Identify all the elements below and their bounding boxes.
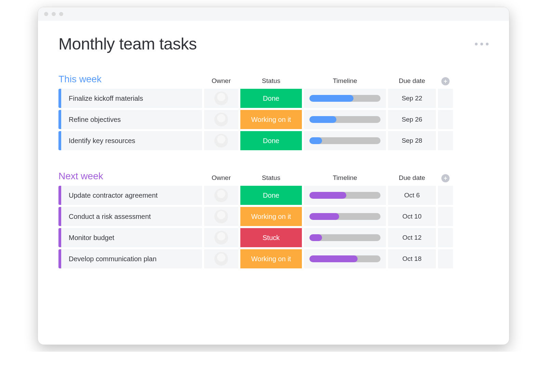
due-date-cell[interactable]: Sep 22	[388, 89, 436, 108]
column-header-status[interactable]: Status	[240, 77, 302, 86]
timeline-cell[interactable]	[304, 131, 386, 150]
status-cell[interactable]: Stuck	[240, 228, 302, 247]
table-row[interactable]: Update contractor agreementDoneOct 6	[58, 186, 489, 205]
status-cell[interactable]: Done	[240, 89, 302, 108]
column-header-timeline[interactable]: Timeline	[304, 77, 386, 86]
status-label: Done	[263, 95, 279, 102]
owner-cell[interactable]	[204, 228, 238, 247]
person-icon	[217, 253, 225, 262]
timeline-bar-fill	[309, 95, 353, 102]
table-row[interactable]: Conduct a risk assessmentWorking on itOc…	[58, 207, 489, 226]
due-date-cell[interactable]: Oct 6	[388, 186, 436, 205]
owner-cell[interactable]	[204, 207, 238, 226]
group-header-row: Next weekOwnerStatusTimelineDue date+	[58, 171, 489, 183]
timeline-cell[interactable]	[304, 89, 386, 108]
timeline-cell[interactable]	[304, 207, 386, 226]
table-row[interactable]: Finalize kickoff materialsDoneSep 22	[58, 89, 489, 108]
status-cell[interactable]: Done	[240, 186, 302, 205]
due-date-cell[interactable]: Sep 26	[388, 110, 436, 129]
task-name-cell[interactable]: Develop communication plan	[58, 249, 202, 268]
app-window: Monthly team tasks This weekOwnerStatusT…	[38, 7, 509, 345]
timeline-cell[interactable]	[304, 186, 386, 205]
due-date: Sep 28	[402, 137, 422, 144]
owner-cell[interactable]	[204, 131, 238, 150]
extra-cell[interactable]	[438, 249, 453, 268]
task-name: Finalize kickoff materials	[69, 95, 143, 102]
group-title[interactable]: Next week	[58, 171, 202, 183]
table-row[interactable]: Develop communication planWorking on itO…	[58, 249, 489, 268]
task-name-cell[interactable]: Finalize kickoff materials	[58, 89, 202, 108]
column-header-owner[interactable]: Owner	[204, 77, 238, 86]
extra-cell[interactable]	[438, 228, 453, 247]
more-icon	[475, 43, 478, 45]
task-name-cell[interactable]: Refine objectives	[58, 110, 202, 129]
status-cell[interactable]: Working on it	[240, 207, 302, 226]
extra-cell[interactable]	[438, 131, 453, 150]
due-date: Oct 10	[402, 213, 422, 220]
table-row[interactable]: Identify key resourcesDoneSep 28	[58, 131, 489, 150]
person-icon	[217, 232, 225, 240]
table-row[interactable]: Monitor budgetStuckOct 12	[58, 228, 489, 247]
more-icon	[480, 43, 483, 45]
column-header-due[interactable]: Due date	[388, 174, 436, 183]
owner-cell[interactable]	[204, 249, 238, 268]
owner-cell[interactable]	[204, 89, 238, 108]
due-date-cell[interactable]: Oct 10	[388, 207, 436, 226]
window-control-dot[interactable]	[44, 12, 48, 16]
extra-cell[interactable]	[438, 89, 453, 108]
avatar	[214, 92, 228, 105]
column-header-status[interactable]: Status	[240, 174, 302, 183]
owner-cell[interactable]	[204, 110, 238, 129]
due-date: Oct 12	[402, 234, 422, 241]
timeline-bar	[309, 95, 381, 102]
extra-cell[interactable]	[438, 186, 453, 205]
due-date: Oct 6	[404, 192, 419, 199]
task-name-cell[interactable]: Monitor budget	[58, 228, 202, 247]
window-control-dot[interactable]	[52, 12, 56, 16]
status-label: Stuck	[263, 234, 280, 242]
person-icon	[217, 211, 225, 219]
timeline-cell[interactable]	[304, 110, 386, 129]
timeline-cell[interactable]	[304, 249, 386, 268]
add-column-button[interactable]: +	[441, 174, 450, 182]
plus-icon: +	[444, 175, 448, 181]
timeline-bar	[309, 192, 381, 199]
extra-cell[interactable]	[438, 110, 453, 129]
avatar	[214, 231, 228, 244]
timeline-bar-fill	[309, 116, 336, 123]
task-name-cell[interactable]: Conduct a risk assessment	[58, 207, 202, 226]
table-row[interactable]: Refine objectivesWorking on itSep 26	[58, 110, 489, 129]
person-icon	[217, 190, 225, 198]
timeline-bar	[309, 234, 381, 241]
due-date-cell[interactable]: Oct 12	[388, 228, 436, 247]
status-label: Working on it	[251, 213, 291, 221]
column-header-owner[interactable]: Owner	[204, 174, 238, 183]
more-menu-button[interactable]	[475, 43, 489, 45]
due-date-cell[interactable]: Oct 18	[388, 249, 436, 268]
avatar	[214, 210, 228, 223]
status-cell[interactable]: Working on it	[240, 110, 302, 129]
add-column-button[interactable]: +	[441, 77, 450, 85]
task-name-cell[interactable]: Identify key resources	[58, 131, 202, 150]
column-header-timeline[interactable]: Timeline	[304, 174, 386, 183]
plus-icon: +	[444, 78, 448, 84]
owner-cell[interactable]	[204, 186, 238, 205]
task-name: Monitor budget	[69, 234, 114, 242]
board-header: Monthly team tasks	[58, 34, 489, 53]
task-name: Refine objectives	[69, 116, 121, 124]
timeline-cell[interactable]	[304, 228, 386, 247]
more-icon	[486, 43, 489, 45]
due-date-cell[interactable]: Sep 28	[388, 131, 436, 150]
timeline-bar	[309, 116, 381, 123]
extra-cell[interactable]	[438, 207, 453, 226]
column-header-due[interactable]: Due date	[388, 77, 436, 86]
status-cell[interactable]: Done	[240, 131, 302, 150]
window-control-dot[interactable]	[59, 12, 63, 16]
group-title[interactable]: This week	[58, 74, 202, 86]
status-cell[interactable]: Working on it	[240, 249, 302, 268]
task-name-cell[interactable]: Update contractor agreement	[58, 186, 202, 205]
timeline-bar-fill	[309, 192, 346, 199]
task-name: Develop communication plan	[69, 255, 157, 263]
timeline-bar-fill	[309, 137, 322, 144]
person-icon	[217, 135, 225, 143]
